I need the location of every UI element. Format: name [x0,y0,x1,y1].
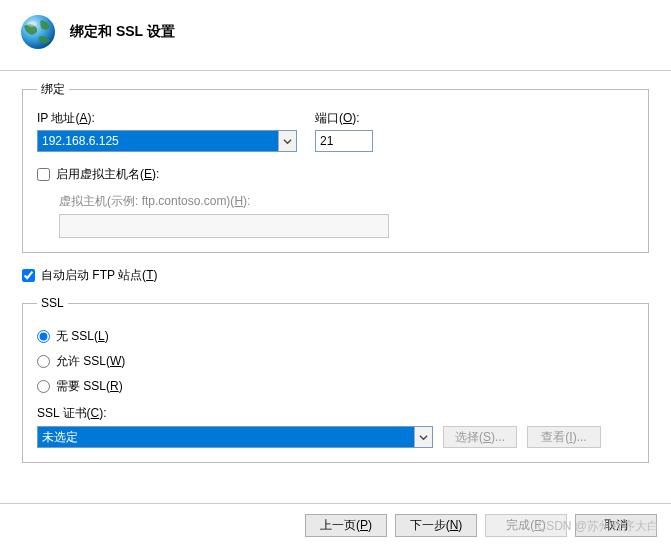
cancel-button[interactable]: 取消 [575,514,657,537]
port-label: 端口(O): [315,110,373,127]
ssl-cert-input[interactable] [38,427,414,447]
ssl-require-label: 需要 SSL(R) [56,378,123,395]
globe-icon [18,12,58,52]
view-cert-button: 查看(I)... [527,426,601,448]
dialog-footer: 上一页(P) 下一步(N) 完成(F) 取消 [0,503,671,537]
dialog-title: 绑定和 SSL 设置 [70,23,175,41]
binding-legend: 绑定 [37,81,69,98]
binding-group: 绑定 IP 地址(A): 端口(O): 启用虚拟主机名(E): 虚拟主机(示例:… [22,81,649,253]
footer-separator [0,503,671,504]
virtual-host-label: 虚拟主机(示例: ftp.contoso.com)(H): [59,193,634,210]
enable-virtual-hostname-label: 启用虚拟主机名(E): [56,166,159,183]
ssl-none-label: 无 SSL(L) [56,328,109,345]
ssl-none-radio[interactable] [37,330,50,343]
ip-address-label: IP 地址(A): [37,110,297,127]
virtual-host-input [59,214,389,238]
ip-address-combo[interactable] [37,130,297,152]
chevron-down-icon[interactable] [278,131,296,151]
dialog-header: 绑定和 SSL 设置 [0,0,671,70]
ssl-group: SSL 无 SSL(L) 允许 SSL(W) 需要 SSL(R) SSL 证书(… [22,296,649,463]
previous-button[interactable]: 上一页(P) [305,514,387,537]
ssl-require-radio[interactable] [37,380,50,393]
ip-address-input[interactable] [38,131,278,151]
ssl-allow-radio[interactable] [37,355,50,368]
select-cert-button: 选择(S)... [443,426,517,448]
auto-start-ftp-checkbox[interactable] [22,269,35,282]
dialog-content: 绑定 IP 地址(A): 端口(O): 启用虚拟主机名(E): 虚拟主机(示例:… [0,71,671,463]
chevron-down-icon[interactable] [414,427,432,447]
svg-point-1 [27,21,37,27]
finish-button: 完成(F) [485,514,567,537]
enable-virtual-hostname-checkbox[interactable] [37,168,50,181]
ssl-cert-combo[interactable] [37,426,433,448]
ssl-allow-label: 允许 SSL(W) [56,353,125,370]
next-button[interactable]: 下一步(N) [395,514,477,537]
ssl-cert-label: SSL 证书(C): [37,405,634,422]
auto-start-ftp-label: 自动启动 FTP 站点(T) [41,267,157,284]
ssl-legend: SSL [37,296,68,310]
port-input[interactable] [315,130,373,152]
svg-point-0 [21,15,55,49]
